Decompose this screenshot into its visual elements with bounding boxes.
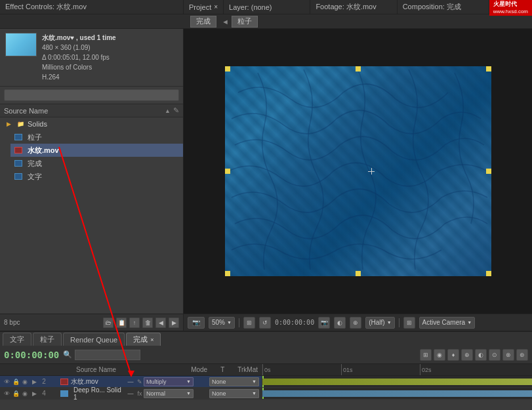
wancheng-btn[interactable]: 完成 [190,16,216,28]
ruler-label-0: 0s [264,367,271,373]
tab-lizi-label: 粒子 [40,335,54,344]
water-video-preview [225,66,491,276]
handle-bottom-left[interactable] [225,271,230,276]
search-icon: 🔍 [63,350,72,359]
handle-bottom-right[interactable] [486,271,491,276]
timeline-timecode: 0:00:00:00 [4,350,59,360]
table-row: 👁 🔒 ◉ ▶ 4 Deep Ro... Solid 1 — fx Normal [0,388,262,400]
tab-wenzi[interactable]: 文字 [3,333,31,346]
viewer-controls: 📷 50% ⊞ ↺ 0:00:00:00 📷 ◐ ⊕ (Half) ⊞ Acti… [184,314,532,331]
edit-icon-2[interactable]: — [125,390,136,398]
fit-btn[interactable]: ⊞ [243,317,255,329]
handle-mid-left[interactable] [225,169,230,174]
arrow-left-icon[interactable]: ◀ [155,318,166,328]
folder-icon-yellow: 📁 [16,119,25,129]
solo-icon-2[interactable]: ◉ [21,390,29,398]
row-label-2: Deep Ro... Solid 1 [59,386,125,400]
tl-icon-3[interactable]: ♦ [447,349,459,361]
list-item[interactable]: 水纹.mov [10,144,183,157]
list-item[interactable]: 文字 [10,170,183,183]
list-item[interactable]: 粒子 [10,131,183,144]
wenzi-label: 文字 [28,172,42,182]
expand-icon-1[interactable]: ▶ [30,378,38,386]
comp-icon [14,173,22,180]
tab-rq-label: Render Queue [70,336,117,344]
layer-bar-2[interactable] [262,390,532,397]
tab-wancheng[interactable]: 完成 × [126,333,161,346]
top-bar: Effect Controls: 水纹.mov Project × Layer:… [0,0,532,14]
lizi-btn[interactable]: 粒子 [232,16,258,28]
arrow-right-icon[interactable]: ▶ [169,318,179,328]
tab-renderqueue[interactable]: Render Queue [63,333,125,346]
effect-controls-tab[interactable]: Effect Controls: 水纹.mov [0,0,184,14]
fx-icon-1[interactable]: — [125,378,136,386]
tl-icon-1[interactable]: ⊞ [420,349,432,361]
handle-mid-right[interactable] [486,169,491,174]
zoom-dropdown[interactable]: 50% [209,317,235,329]
trkmat-dropdown-1[interactable]: None [209,377,259,386]
row-video-icon-1 [60,379,68,385]
snapshot-btn[interactable]: 📷 [188,317,205,329]
tab-close-icon[interactable]: × [150,337,153,343]
search-input[interactable] [4,89,179,101]
expand-icon-2[interactable]: ▶ [30,390,38,398]
delete-icon[interactable]: 🗑 [142,318,153,328]
tab-wenzi-label: 文字 [10,335,24,344]
timeline-search[interactable] [75,350,140,360]
mode-dropdown-1[interactable]: Multiply [144,377,194,386]
trkmat-dropdown-2[interactable]: None [209,389,259,398]
list-item[interactable]: ▶ 📁 Solids [0,117,183,131]
trkmat-cell-2: None [209,389,262,398]
solo-icon-1[interactable]: ◉ [21,378,29,386]
comp-icon [14,134,22,140]
project-tab-close[interactable]: × [214,3,218,10]
resolution-dropdown[interactable]: (Half) [365,317,394,329]
handle-top-left[interactable] [225,66,230,72]
logo-area: 火星时代 www.hxsd.com [489,0,532,16]
edit-icon[interactable]: ✎ [173,106,179,115]
fx-btn-2[interactable]: fx [136,390,144,398]
tl-icon-6[interactable]: ⊙ [489,349,501,361]
handle-top-right[interactable] [486,66,491,72]
eye-icon-2[interactable]: 👁 [3,390,10,398]
mode-cell-2: Normal [144,389,196,398]
eye-icon-1[interactable]: 👁 [3,378,10,386]
grid-btn[interactable]: ⊞ [403,317,415,329]
reset-btn[interactable]: ↺ [259,317,271,329]
paint-icon-1[interactable]: ✎ [136,378,144,386]
mode-dropdown-2[interactable]: Normal [144,389,194,398]
import-icon[interactable]: ↑ [129,318,140,328]
ruler: 0s 01s 02s [262,364,532,375]
camera-dropdown[interactable]: Active Camera [419,317,476,329]
tl-icon-8[interactable]: ⊛ [516,349,528,361]
mode-value-2: Normal [146,390,165,397]
camera-btn[interactable]: 📷 [318,317,330,329]
timeline-bar-row-2 [262,388,532,400]
t-header: T [220,366,224,373]
row-name-2: Deep Ro... Solid 1 [73,386,124,400]
handle-bottom-mid[interactable] [356,271,361,276]
lock-icon-1[interactable]: 🔒 [12,378,20,386]
quality-btn[interactable]: ◐ [334,317,346,329]
tab-lizi[interactable]: 粒子 [33,333,62,346]
toggle-btn[interactable]: ⊕ [350,317,361,329]
tl-icon-4[interactable]: ⊕ [461,349,473,361]
project-tab[interactable]: Project × [184,0,224,14]
table-row: 👁 🔒 ◉ ▶ 2 水纹.mov — ✎ Multiply [0,376,262,388]
trkmat-value-2: None [212,390,226,397]
tl-icon-5[interactable]: ◐ [475,349,487,361]
tl-icon-7[interactable]: ⊗ [502,349,514,361]
new-comp-icon[interactable]: 📋 [116,318,127,328]
lock-icon-2[interactable]: 🔒 [12,390,20,398]
layer-info: Layer: (none) [224,0,310,14]
layer-bar-1[interactable] [262,379,532,385]
tl-icon-2[interactable]: ◉ [434,349,445,361]
comp-info-label: Composition: 完成 [403,2,461,12]
new-folder-icon[interactable]: 🗁 [103,318,113,328]
file-duration: Δ 0:00:05:01, 12.00 fps [42,52,116,62]
viewer-area [184,29,532,314]
sort-icon: ▲ [165,108,171,114]
list-item[interactable]: 完成 [10,157,183,170]
row-num-1: 2 [39,378,49,385]
handle-top-mid[interactable] [356,66,361,72]
